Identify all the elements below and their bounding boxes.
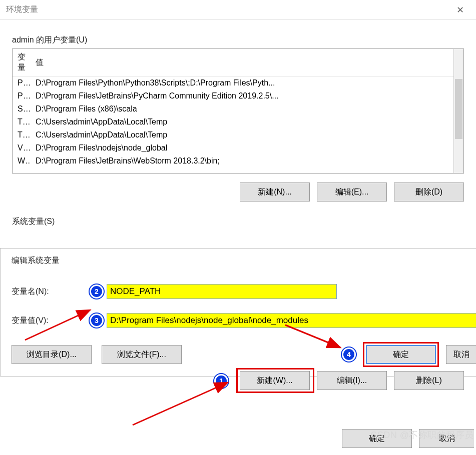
system-vars-buttons: 新建(W)... 编辑(I)... 删除(L): [12, 371, 464, 390]
var-name-input[interactable]: [107, 284, 337, 299]
var-value-label: 变量值(V):: [12, 316, 87, 326]
user-vars-group: admin 的用户变量(U) 变量 值 PathD:\Program Files…: [12, 35, 464, 174]
scrollbar[interactable]: [453, 49, 463, 173]
col-name[interactable]: 变量: [13, 49, 31, 76]
edit-dialog-title: 编辑系统变量: [12, 256, 476, 266]
delete-user-var-button[interactable]: 删除(D): [394, 182, 464, 202]
close-icon[interactable]: ✕: [450, 4, 470, 16]
col-value[interactable]: 值: [31, 49, 453, 76]
new-user-var-button[interactable]: 新建(N)...: [240, 182, 310, 202]
system-vars-title: 系统变量(S): [12, 216, 464, 227]
annotation-badge-4: 4: [342, 348, 356, 362]
table-header-row: 变量 值: [13, 49, 453, 76]
browse-file-button[interactable]: 浏览文件(F)...: [102, 345, 182, 364]
user-vars-content: 变量 值 PathD:\Program Files\Python\Python3…: [13, 49, 453, 173]
user-vars-title: admin 的用户变量(U): [12, 35, 464, 46]
edit-system-var-button[interactable]: 编辑(I)...: [317, 371, 387, 390]
titlebar: 环境变量 ✕: [0, 0, 476, 20]
scrollbar-thumb[interactable]: [455, 79, 462, 139]
annotation-badge-2: 2: [90, 284, 104, 298]
table-row[interactable]: WebStormD:\Program Files\JetBrains\WebSt…: [13, 154, 453, 168]
table-row[interactable]: TEMPC:\Users\admin\AppData\Local\Temp: [13, 116, 453, 128]
delete-system-var-button[interactable]: 删除(L): [394, 371, 464, 390]
main-ok-button[interactable]: 确定: [342, 429, 412, 448]
table-row[interactable]: VUED:\Program Files\nodejs\node_global: [13, 142, 453, 154]
user-vars-list[interactable]: 变量 值 PathD:\Program Files\Python\Python3…: [12, 48, 464, 174]
var-name-label: 变量名(N):: [12, 286, 87, 297]
new-system-var-button[interactable]: 新建(W)...: [240, 371, 310, 390]
var-name-row: 变量名(N): 2: [12, 284, 476, 299]
table-row[interactable]: SCALA_HOMED:\Program Files (x86)\scala: [13, 102, 453, 116]
edit-cancel-button[interactable]: 取消: [446, 345, 476, 364]
table-row[interactable]: PyCharm Community EditionD:\Program File…: [13, 90, 453, 102]
main-cancel-button[interactable]: 取消: [419, 429, 474, 448]
user-vars-table: 变量 值 PathD:\Program Files\Python\Python3…: [13, 49, 453, 168]
annotation-badge-3: 3: [90, 314, 104, 328]
edit-ok-button[interactable]: 确定: [366, 345, 436, 364]
var-value-input[interactable]: [107, 313, 476, 328]
edit-dialog-buttons: 浏览目录(D)... 浏览文件(F)... 4 确定 取消: [12, 345, 476, 364]
window-title: 环境变量: [6, 4, 450, 15]
env-vars-window: 环境变量 ✕ admin 的用户变量(U) 变量 值 PathD:\Progra…: [0, 0, 476, 455]
main-dialog-buttons: 确定 取消: [0, 429, 476, 448]
table-row[interactable]: PathD:\Program Files\Python\Python38\Scr…: [13, 76, 453, 90]
table-row[interactable]: TMPC:\Users\admin\AppData\Local\Temp: [13, 128, 453, 142]
user-vars-buttons: 新建(N)... 编辑(E)... 删除(D): [12, 182, 464, 202]
var-value-row: 变量值(V): 3: [12, 313, 476, 328]
browse-dir-button[interactable]: 浏览目录(D)...: [12, 345, 92, 364]
edit-user-var-button[interactable]: 编辑(E)...: [317, 182, 387, 202]
edit-system-var-dialog: 编辑系统变量 变量名(N): 2 变量值(V): 3 浏览目录(D)... 浏览…: [0, 248, 476, 376]
